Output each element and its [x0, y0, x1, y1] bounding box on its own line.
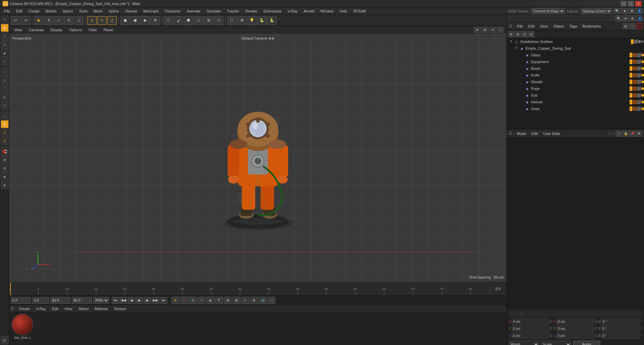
y-axis-btn[interactable]: Y — [97, 16, 107, 25]
sculpt-btn[interactable]: ⬟ — [184, 16, 193, 25]
end-frame-input2[interactable] — [72, 297, 92, 304]
rt-grid-icon[interactable]: ⊞ — [630, 15, 636, 21]
x-axis-btn[interactable]: X — [87, 16, 97, 25]
attr-menu-edit[interactable]: Edit — [530, 131, 540, 136]
render-btn[interactable]: ▶ — [141, 16, 150, 25]
viewport-menu-display[interactable]: Display — [48, 27, 64, 33]
mat-menu-vray[interactable]: V-Ray — [33, 306, 49, 311]
uv-btn[interactable]: ⬡ — [194, 16, 203, 25]
p-input[interactable]: 0 ° — [601, 326, 640, 332]
timeline-playhead[interactable] — [10, 283, 11, 295]
mat-menu-select[interactable]: Select — [76, 306, 92, 311]
scene-item-hose[interactable]: ◈ Hose — [507, 105, 644, 112]
menu-extensions[interactable]: Extensions — [261, 8, 284, 14]
capture-btn[interactable]: 📹 — [259, 297, 267, 304]
paint-btn[interactable]: 🖌 — [174, 16, 183, 25]
scene-view-icon2[interactable]: □ — [629, 23, 635, 29]
rotate-btn[interactable]: ↻ — [64, 16, 73, 25]
maximize-button[interactable]: □ — [628, 1, 634, 6]
redo-btn[interactable]: ↪ — [21, 16, 30, 25]
scene-view-icon1[interactable]: ⊞ — [623, 23, 629, 29]
tool-layers[interactable]: ⊞ — [1, 156, 9, 164]
y-pos-input[interactable]: 0 cm — [512, 326, 549, 332]
scene-close-icon[interactable]: ✕ — [636, 23, 642, 29]
menu-character[interactable]: Character — [162, 8, 183, 14]
ik-btn[interactable]: P — [215, 297, 223, 304]
move-btn[interactable]: ✛ — [44, 16, 53, 25]
search-icon-btn[interactable]: 🔍 — [614, 8, 621, 14]
z-rot-input[interactable]: 0 cm — [556, 333, 594, 339]
scene-item-glass[interactable]: ◈ Glass — [507, 52, 644, 58]
scene-item-boots[interactable]: ◈ Boots — [507, 65, 644, 72]
render-view-btn[interactable]: ▣ — [130, 16, 140, 25]
menu-tracker[interactable]: Tracker — [224, 8, 242, 14]
attr-menu-mode[interactable]: Mode — [515, 131, 528, 136]
python2-btn[interactable]: 🐍 — [267, 16, 277, 25]
layout-select[interactable]: Startup (User) — [581, 8, 612, 14]
menu-tools[interactable]: Tools — [76, 8, 90, 14]
b-input[interactable]: 0 ° — [601, 333, 640, 339]
tool-object[interactable]: □ — [1, 68, 9, 76]
node-space-select[interactable]: Current (V-Ray) — [531, 8, 565, 14]
scene-item-sheath[interactable]: ◈ Sheath — [507, 79, 644, 85]
grid-vis-btn[interactable]: ⊞ — [237, 16, 247, 25]
tool-arrow[interactable]: ↖ — [1, 15, 9, 23]
tool-s2[interactable]: S — [1, 129, 9, 137]
timeline-btn[interactable]: ⊞ — [224, 297, 232, 304]
vr-btn[interactable]: ⬡ — [214, 16, 223, 25]
scene-menu-edit[interactable]: Edit — [526, 23, 537, 29]
next-step-btn[interactable]: ▶ — [144, 297, 151, 304]
timeline-ruler[interactable]: 0 5 10 15 20 25 30 35 40 45 50 55 60 65 — [9, 282, 490, 295]
viewport-persp-btn[interactable]: ⬡ — [164, 16, 173, 25]
scene-tb-2[interactable]: ⊞ — [515, 31, 521, 37]
prev-frame-btn[interactable]: ◀◀ — [120, 297, 127, 304]
prev-step-btn[interactable]: ◀ — [128, 297, 135, 304]
menu-vray[interactable]: V-Ray — [285, 8, 300, 14]
viewport[interactable]: Perspective Default Camera ⊕⊕ Grid Spaci… — [9, 34, 506, 282]
z-axis-btn[interactable]: Z — [107, 16, 117, 25]
scene-menu-view[interactable]: View — [538, 23, 550, 29]
tool-bend[interactable]: ∟ — [1, 112, 9, 120]
viewport-icon1[interactable]: ⊕ — [474, 27, 481, 33]
record-btn[interactable]: ⊕ — [171, 297, 179, 304]
motion-btn[interactable]: ⊕ — [250, 297, 258, 304]
attr-up-btn[interactable]: ↑ — [613, 131, 615, 136]
start-frame-input[interactable] — [11, 297, 31, 304]
undo-btn[interactable]: ↩ — [11, 16, 20, 25]
mat-menu-view[interactable]: View — [62, 306, 75, 311]
goto-end-btn[interactable]: ⏭ — [160, 297, 167, 304]
tool-anim1[interactable]: ◈ — [1, 172, 9, 181]
menu-spline[interactable]: Spline — [106, 8, 122, 14]
audio-btn[interactable]: 🎵 — [267, 297, 275, 304]
menu-arnold[interactable]: Arnold — [301, 8, 317, 14]
transform-btn[interactable]: ◻ — [74, 16, 84, 25]
scene-tb-4[interactable]: ⊟ — [528, 31, 534, 37]
obj-mode-btn[interactable]: ◼ — [120, 16, 130, 25]
goto-start-btn[interactable]: ⏮ — [112, 297, 119, 304]
tool-magnet[interactable]: 🧲 — [1, 147, 9, 155]
attr-back-btn[interactable]: ← — [607, 131, 612, 136]
menu-modes[interactable]: Modes — [43, 8, 59, 14]
material-preview[interactable]: Sea_Diver_r — [11, 314, 34, 341]
rt-user-icon[interactable]: 👤 — [637, 15, 643, 21]
y-rot-input[interactable]: 0 cm — [556, 326, 594, 332]
dope-btn[interactable]: ⊠ — [232, 297, 240, 304]
scene-menu-bookmarks[interactable]: Bookmarks — [580, 23, 603, 29]
tool-nurbs[interactable]: ◎ — [1, 93, 9, 101]
fcurve-btn[interactable]: ∿ — [241, 297, 249, 304]
z-pos-input[interactable]: 0 cm — [512, 333, 549, 339]
world-select[interactable]: World — [509, 341, 539, 345]
h-input[interactable]: 0 ° — [601, 318, 640, 325]
mat-menu-texture[interactable]: Texture — [111, 306, 128, 311]
next-frame-btn[interactable]: ▶▶ — [152, 297, 159, 304]
render-settings-btn[interactable]: ⚙ — [151, 16, 160, 25]
scale-select[interactable]: Scale — [541, 341, 571, 345]
attr-filter-icon[interactable]: ▽ — [616, 131, 622, 137]
viewport-menu-filter[interactable]: Filter — [87, 27, 99, 33]
tool-s1[interactable]: S — [1, 120, 9, 128]
grid-icon-btn[interactable]: ⊞ — [629, 8, 635, 14]
tool-spline[interactable]: ⌒ — [1, 85, 9, 93]
scene-tb-3[interactable]: ⊡ — [522, 31, 528, 37]
mat-menu-material[interactable]: Material — [92, 306, 110, 311]
menu-select[interactable]: Select — [60, 8, 76, 14]
